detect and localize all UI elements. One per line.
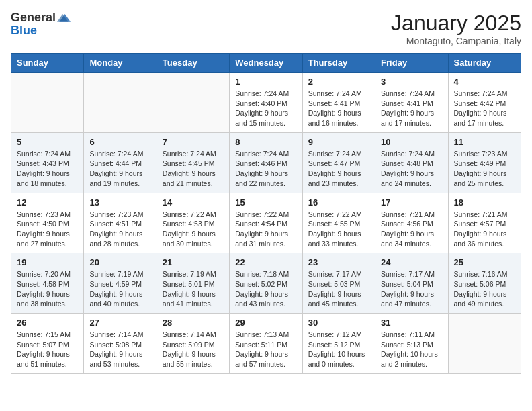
calendar-week-row: 1Sunrise: 7:24 AMSunset: 4:40 PMDaylight… <box>11 73 521 133</box>
calendar-cell: 21Sunrise: 7:19 AMSunset: 5:01 PMDayligh… <box>157 253 229 314</box>
day-number: 24 <box>381 257 442 267</box>
day-info: Sunrise: 7:24 AMSunset: 4:43 PMDaylight:… <box>17 149 78 189</box>
location-subtitle: Montaguto, Campania, Italy <box>391 36 521 46</box>
calendar-cell: 2Sunrise: 7:24 AMSunset: 4:41 PMDaylight… <box>302 73 375 133</box>
calendar-cell: 19Sunrise: 7:20 AMSunset: 4:58 PMDayligh… <box>11 253 84 314</box>
calendar-cell: 22Sunrise: 7:18 AMSunset: 5:02 PMDayligh… <box>230 253 302 314</box>
day-number: 5 <box>17 137 78 147</box>
day-number: 19 <box>17 257 78 267</box>
logo-blue-text: Blue <box>11 24 71 36</box>
day-info: Sunrise: 7:14 AMSunset: 5:09 PMDaylight:… <box>163 330 224 369</box>
day-number: 7 <box>163 137 224 147</box>
calendar-cell: 26Sunrise: 7:15 AMSunset: 5:07 PMDayligh… <box>11 314 84 374</box>
day-number: 4 <box>454 77 515 87</box>
day-number: 1 <box>235 77 296 87</box>
day-number: 29 <box>235 318 296 328</box>
day-info: Sunrise: 7:24 AMSunset: 4:45 PMDaylight:… <box>163 149 224 189</box>
day-info: Sunrise: 7:24 AMSunset: 4:40 PMDaylight:… <box>235 89 296 128</box>
day-number: 22 <box>235 257 296 267</box>
day-info: Sunrise: 7:18 AMSunset: 5:02 PMDaylight:… <box>235 269 296 309</box>
day-number: 25 <box>454 257 515 267</box>
weekday-header-sunday: Sunday <box>11 54 84 73</box>
day-info: Sunrise: 7:19 AMSunset: 5:01 PMDaylight:… <box>163 269 224 309</box>
day-info: Sunrise: 7:12 AMSunset: 5:12 PMDaylight:… <box>308 330 369 369</box>
day-info: Sunrise: 7:24 AMSunset: 4:48 PMDaylight:… <box>381 149 442 189</box>
logo-general-text: General <box>11 11 56 24</box>
weekday-header-tuesday: Tuesday <box>157 54 229 73</box>
day-number: 11 <box>454 137 515 147</box>
day-number: 12 <box>17 197 78 208</box>
weekday-header-saturday: Saturday <box>448 54 521 73</box>
day-info: Sunrise: 7:21 AMSunset: 4:57 PMDaylight:… <box>454 210 515 249</box>
calendar-cell: 11Sunrise: 7:23 AMSunset: 4:49 PMDayligh… <box>448 132 521 193</box>
calendar-week-row: 12Sunrise: 7:23 AMSunset: 4:50 PMDayligh… <box>11 193 521 253</box>
day-info: Sunrise: 7:24 AMSunset: 4:46 PMDaylight:… <box>235 149 296 189</box>
weekday-header-monday: Monday <box>84 54 157 73</box>
calendar-table: SundayMondayTuesdayWednesdayThursdayFrid… <box>11 53 521 374</box>
calendar-cell: 5Sunrise: 7:24 AMSunset: 4:43 PMDaylight… <box>11 132 84 193</box>
day-info: Sunrise: 7:15 AMSunset: 5:07 PMDaylight:… <box>17 330 78 369</box>
calendar-cell: 16Sunrise: 7:22 AMSunset: 4:55 PMDayligh… <box>302 193 375 253</box>
day-number: 20 <box>89 257 150 267</box>
day-info: Sunrise: 7:22 AMSunset: 4:53 PMDaylight:… <box>163 210 224 249</box>
weekday-header-thursday: Thursday <box>302 54 375 73</box>
day-info: Sunrise: 7:20 AMSunset: 4:58 PMDaylight:… <box>17 269 78 309</box>
calendar-week-row: 19Sunrise: 7:20 AMSunset: 4:58 PMDayligh… <box>11 253 521 314</box>
calendar-cell: 23Sunrise: 7:17 AMSunset: 5:03 PMDayligh… <box>302 253 375 314</box>
day-number: 31 <box>381 318 442 328</box>
day-info: Sunrise: 7:17 AMSunset: 5:03 PMDaylight:… <box>308 269 369 309</box>
day-number: 13 <box>89 197 150 208</box>
day-number: 8 <box>235 137 296 147</box>
day-info: Sunrise: 7:22 AMSunset: 4:55 PMDaylight:… <box>308 210 369 249</box>
month-title: January 2025 <box>391 11 521 36</box>
calendar-cell: 28Sunrise: 7:14 AMSunset: 5:09 PMDayligh… <box>157 314 229 374</box>
calendar-cell: 17Sunrise: 7:21 AMSunset: 4:56 PMDayligh… <box>375 193 448 253</box>
day-number: 16 <box>308 197 369 208</box>
calendar-cell: 10Sunrise: 7:24 AMSunset: 4:48 PMDayligh… <box>375 132 448 193</box>
calendar-cell <box>11 73 84 133</box>
calendar-week-row: 26Sunrise: 7:15 AMSunset: 5:07 PMDayligh… <box>11 314 521 374</box>
calendar-cell: 13Sunrise: 7:23 AMSunset: 4:51 PMDayligh… <box>84 193 157 253</box>
day-info: Sunrise: 7:23 AMSunset: 4:51 PMDaylight:… <box>89 210 150 249</box>
calendar-cell: 25Sunrise: 7:16 AMSunset: 5:06 PMDayligh… <box>448 253 521 314</box>
calendar-cell: 14Sunrise: 7:22 AMSunset: 4:53 PMDayligh… <box>157 193 229 253</box>
day-info: Sunrise: 7:17 AMSunset: 5:04 PMDaylight:… <box>381 269 442 309</box>
logo: General Blue <box>11 11 71 36</box>
day-info: Sunrise: 7:13 AMSunset: 5:11 PMDaylight:… <box>235 330 296 369</box>
day-info: Sunrise: 7:19 AMSunset: 4:59 PMDaylight:… <box>89 269 150 309</box>
calendar-cell: 27Sunrise: 7:14 AMSunset: 5:08 PMDayligh… <box>84 314 157 374</box>
calendar-cell: 4Sunrise: 7:24 AMSunset: 4:42 PMDaylight… <box>448 73 521 133</box>
day-info: Sunrise: 7:16 AMSunset: 5:06 PMDaylight:… <box>454 269 515 309</box>
weekday-header-row: SundayMondayTuesdayWednesdayThursdayFrid… <box>11 54 521 73</box>
day-number: 6 <box>89 137 150 147</box>
day-info: Sunrise: 7:14 AMSunset: 5:08 PMDaylight:… <box>89 330 150 369</box>
calendar-cell: 18Sunrise: 7:21 AMSunset: 4:57 PMDayligh… <box>448 193 521 253</box>
day-number: 10 <box>381 137 442 147</box>
calendar-cell: 24Sunrise: 7:17 AMSunset: 5:04 PMDayligh… <box>375 253 448 314</box>
calendar-cell: 15Sunrise: 7:22 AMSunset: 4:54 PMDayligh… <box>230 193 302 253</box>
calendar-cell: 30Sunrise: 7:12 AMSunset: 5:12 PMDayligh… <box>302 314 375 374</box>
day-number: 9 <box>308 137 369 147</box>
day-info: Sunrise: 7:24 AMSunset: 4:47 PMDaylight:… <box>308 149 369 189</box>
weekday-header-wednesday: Wednesday <box>230 54 302 73</box>
calendar-cell: 1Sunrise: 7:24 AMSunset: 4:40 PMDaylight… <box>230 73 302 133</box>
day-info: Sunrise: 7:24 AMSunset: 4:44 PMDaylight:… <box>89 149 150 189</box>
day-number: 18 <box>454 197 515 208</box>
calendar-cell: 9Sunrise: 7:24 AMSunset: 4:47 PMDaylight… <box>302 132 375 193</box>
calendar-cell: 8Sunrise: 7:24 AMSunset: 4:46 PMDaylight… <box>230 132 302 193</box>
calendar-cell: 31Sunrise: 7:11 AMSunset: 5:13 PMDayligh… <box>375 314 448 374</box>
calendar-cell: 20Sunrise: 7:19 AMSunset: 4:59 PMDayligh… <box>84 253 157 314</box>
day-number: 30 <box>308 318 369 328</box>
day-info: Sunrise: 7:11 AMSunset: 5:13 PMDaylight:… <box>381 330 442 369</box>
day-info: Sunrise: 7:22 AMSunset: 4:54 PMDaylight:… <box>235 210 296 249</box>
day-number: 2 <box>308 77 369 87</box>
day-number: 28 <box>163 318 224 328</box>
calendar-cell <box>84 73 157 133</box>
calendar-cell: 29Sunrise: 7:13 AMSunset: 5:11 PMDayligh… <box>230 314 302 374</box>
day-number: 26 <box>17 318 78 328</box>
weekday-header-friday: Friday <box>375 54 448 73</box>
calendar-cell: 7Sunrise: 7:24 AMSunset: 4:45 PMDaylight… <box>157 132 229 193</box>
day-info: Sunrise: 7:24 AMSunset: 4:41 PMDaylight:… <box>381 89 442 128</box>
day-number: 21 <box>163 257 224 267</box>
day-info: Sunrise: 7:23 AMSunset: 4:49 PMDaylight:… <box>454 149 515 189</box>
